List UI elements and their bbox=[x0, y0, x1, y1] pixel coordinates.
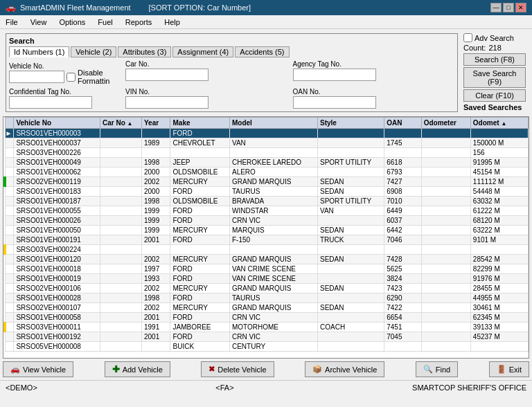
table-row[interactable]: SRSO01VEH0000622000OLDSMOBILEALERO679345… bbox=[5, 168, 529, 177]
disable-formatting-checkbox[interactable] bbox=[66, 73, 76, 82]
menu-fuel[interactable]: Fuel bbox=[95, 17, 115, 27]
adv-search-checkbox[interactable] bbox=[463, 33, 472, 42]
table-row[interactable]: SRSO01VEH0001871998OLDSMOBILEBRAVADASPOR… bbox=[5, 197, 529, 206]
table-row[interactable]: SRSO05VEH000008BUICKCENTURY bbox=[5, 342, 529, 352]
table-row[interactable]: SRSO02VEH0001192002MERCURYGRAND MARQUISS… bbox=[5, 177, 529, 187]
col-indicator bbox=[5, 118, 14, 129]
cell-model: CRN VIC bbox=[229, 216, 317, 226]
cell-model: VAN CRIME SCENE bbox=[229, 264, 317, 274]
cell-carNo bbox=[100, 206, 142, 216]
table-row[interactable]: SRSO01VEH0000551999FORDWINDSTARVAN644961… bbox=[5, 206, 529, 216]
row-indicator bbox=[5, 284, 14, 293]
close-button[interactable]: ✕ bbox=[515, 3, 526, 12]
table-row[interactable]: SRSO01VEH0000261999FORDCRN VIC603768120 … bbox=[5, 216, 529, 226]
agency-tag-input[interactable] bbox=[293, 69, 376, 81]
cell-oan: 6908 bbox=[384, 187, 421, 197]
cell-carNo bbox=[100, 235, 142, 245]
cell-odomet: 28542 M bbox=[470, 255, 528, 264]
col-oan[interactable]: OAN bbox=[384, 118, 421, 129]
tab-id-numbers[interactable]: Id Numbers (1) bbox=[9, 46, 69, 57]
table-row[interactable]: SRSO01VEH0001801988CHEVROLETBUSBUS6364M bbox=[5, 352, 529, 353]
vehicle-no-input[interactable] bbox=[9, 71, 64, 83]
col-odomet[interactable]: Odomet ▲ bbox=[470, 118, 528, 129]
cell-make bbox=[170, 245, 229, 255]
table-row[interactable]: SRSO02VEH0001072002MERCURYGRAND MARQUISS… bbox=[5, 303, 529, 313]
col-model[interactable]: Model bbox=[229, 118, 317, 129]
cell-oan: 6364 bbox=[384, 352, 421, 353]
find-button[interactable]: 🔍 Find bbox=[416, 361, 458, 377]
tab-assignment[interactable]: Assignment (4) bbox=[172, 46, 233, 57]
cell-style: SEDAN bbox=[318, 303, 384, 313]
clear-button[interactable]: Clear (F10) bbox=[463, 89, 526, 102]
table-row[interactable]: SRSO01VEH0000582001FORDCRN VIC665462345 … bbox=[5, 313, 529, 323]
cell-vehicleNo: SRSO03VEH000224 bbox=[14, 245, 100, 255]
search-button[interactable]: Search (F8) bbox=[463, 53, 526, 66]
col-car-no[interactable]: Car No ▲ bbox=[100, 118, 142, 129]
car-no-input[interactable] bbox=[125, 69, 209, 81]
table-row[interactable]: SRSO01VEH0001832000FORDTAURUSSEDAN690854… bbox=[5, 187, 529, 197]
table-row[interactable]: SRSO01VEH0000181997FORDVAN CRIME SCENE56… bbox=[5, 264, 529, 274]
maximize-button[interactable]: □ bbox=[503, 3, 514, 12]
table-row[interactable]: SRSO01VEH0000371989CHEVROLETVAN174515000… bbox=[5, 138, 529, 148]
table-row[interactable]: SRSO01VEH0000191993FORDVAN CRIME SCENE38… bbox=[5, 274, 529, 284]
col-style[interactable]: Style bbox=[318, 118, 384, 129]
cell-make: MERCURY bbox=[170, 303, 229, 313]
vin-no-input[interactable] bbox=[125, 96, 209, 109]
col-year[interactable]: Year bbox=[141, 118, 170, 129]
add-vehicle-button[interactable]: ✚ Add Vehicle bbox=[105, 361, 170, 377]
table-row[interactable]: SRSO02VEH0001062002MERCURYGRAND MARQUISS… bbox=[5, 284, 529, 293]
cell-oan: 7046 bbox=[384, 235, 421, 245]
row-indicator bbox=[5, 245, 14, 255]
menu-reports[interactable]: Reports bbox=[123, 17, 155, 27]
cell-model: CHEROKEE LAREDO bbox=[229, 158, 317, 168]
table-row[interactable]: SRSO03VEH000226156 bbox=[5, 148, 529, 158]
table-row[interactable]: SRSO01VEH0001912001FORDF-150TRUCK7046910… bbox=[5, 235, 529, 245]
table-row[interactable]: SRSO03VEH000224 bbox=[5, 245, 529, 255]
cell-year: 2002 bbox=[141, 255, 170, 264]
archive-vehicle-button[interactable]: 📦 Archive Vehicle bbox=[305, 361, 384, 377]
minimize-button[interactable]: — bbox=[490, 3, 502, 12]
cell-model: MOTORHOME bbox=[229, 323, 317, 332]
col-make[interactable]: Make bbox=[170, 118, 229, 129]
exit-button[interactable]: 🚪 Exit bbox=[489, 361, 529, 377]
table-row[interactable]: ►SRSO01VEH000003FORD bbox=[5, 129, 529, 138]
row-indicator bbox=[5, 216, 14, 226]
view-vehicle-button[interactable]: 🚗 View Vehicle bbox=[3, 361, 73, 377]
cell-year bbox=[141, 342, 170, 352]
delete-vehicle-button[interactable]: ✖ Delete Vehicle bbox=[201, 361, 274, 377]
tab-accidents[interactable]: Accidents (5) bbox=[235, 46, 289, 57]
cell-vehicleNo: SRSO01VEH000192 bbox=[14, 332, 100, 342]
cell-model: GRAND MARQUIS bbox=[229, 303, 317, 313]
cell-model bbox=[229, 148, 317, 158]
cell-odomet: 54448 M bbox=[470, 187, 528, 197]
confidential-tag-input[interactable] bbox=[9, 96, 92, 109]
table-row[interactable]: SRSO01VEH0000501999MERCURYMARQUISSEDAN64… bbox=[5, 226, 529, 235]
col-odometer[interactable]: Odometer bbox=[421, 118, 470, 129]
oan-no-input[interactable] bbox=[293, 96, 376, 109]
vehicle-table-scroll[interactable]: Vehicle No Car No ▲ Year Make Model Styl… bbox=[3, 117, 529, 352]
menu-options[interactable]: Options bbox=[56, 17, 88, 27]
menu-file[interactable]: File bbox=[3, 17, 21, 27]
table-row[interactable]: SRSO03VEH0000111991JAMBOREEMOTORHOMECOAC… bbox=[5, 323, 529, 332]
cell-oan: 6618 bbox=[384, 158, 421, 168]
cell-odometer bbox=[421, 323, 470, 332]
col-vehicle-no[interactable]: Vehicle No bbox=[14, 118, 100, 129]
tab-vehicle[interactable]: Vehicle (2) bbox=[71, 46, 116, 57]
cell-style: SEDAN bbox=[318, 255, 384, 264]
table-row[interactable]: SRSO01VEH0001202002MERCURYGRAND MARQUISS… bbox=[5, 255, 529, 264]
table-row[interactable]: SRSO01VEH0000491998JEEPCHEROKEE LAREDOSP… bbox=[5, 158, 529, 168]
cell-year: 1998 bbox=[141, 158, 170, 168]
cell-make: FORD bbox=[170, 264, 229, 274]
cell-carNo bbox=[100, 303, 142, 313]
menu-view[interactable]: View bbox=[28, 17, 50, 27]
disable-formatting-label: Disable Formattin bbox=[78, 69, 120, 85]
menu-help[interactable]: Help bbox=[161, 17, 183, 27]
tab-attributes[interactable]: Attributes (3) bbox=[118, 46, 171, 57]
cell-style: VAN bbox=[318, 206, 384, 216]
save-search-button[interactable]: Save Search (F9) bbox=[463, 67, 526, 88]
cell-oan: 6442 bbox=[384, 226, 421, 235]
table-row[interactable]: SRSO01VEH0000281998FORDTAURUS629044955 M bbox=[5, 293, 529, 303]
cell-oan bbox=[384, 245, 421, 255]
table-row[interactable]: SRSO01VEH0001922001FORDCRN VIC704545237 … bbox=[5, 332, 529, 342]
status-bar: <DEMO> <FA> SMARTCOP SHERIFF'S OFFICE bbox=[0, 380, 532, 394]
